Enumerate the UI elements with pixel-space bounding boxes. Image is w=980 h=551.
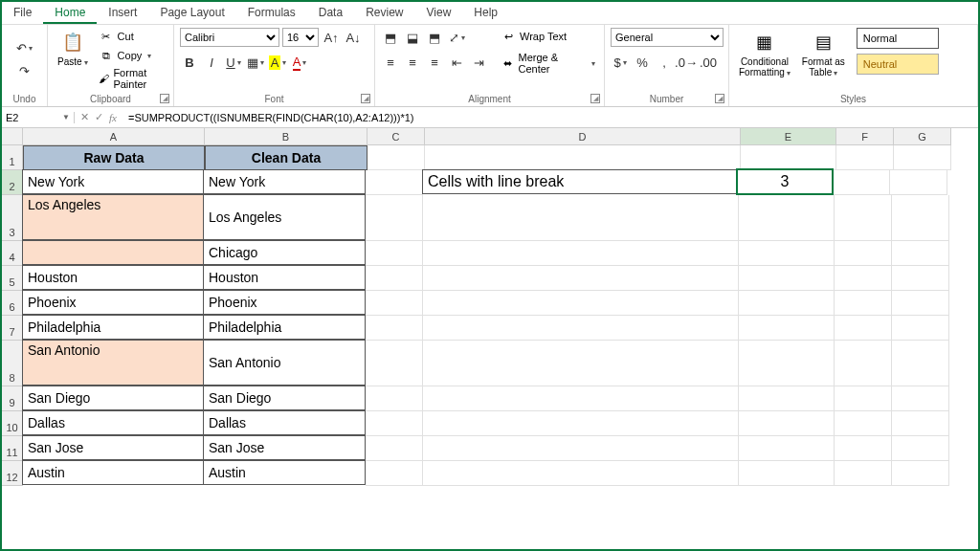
font-name-select[interactable]: Calibri — [180, 28, 279, 47]
format-table-button[interactable]: ▤ Format as Table — [798, 28, 849, 80]
cell-C3[interactable] — [366, 195, 423, 241]
tab-review[interactable]: Review — [354, 2, 414, 24]
row-header-1[interactable]: 1 — [2, 145, 23, 170]
conditional-formatting-button[interactable]: ▦ Conditional Formatting — [735, 28, 794, 80]
cell-E12[interactable] — [739, 461, 835, 486]
cell-A9[interactable]: San Diego — [22, 386, 204, 410]
col-header-D[interactable]: D — [425, 128, 741, 145]
enter-icon[interactable]: ✓ — [95, 111, 103, 123]
tab-help[interactable]: Help — [462, 2, 509, 24]
align-bottom-icon[interactable]: ⬒ — [425, 28, 444, 47]
cell-C8[interactable] — [366, 341, 423, 386]
cell-C1[interactable] — [368, 145, 425, 170]
cell-A11[interactable]: San Jose — [22, 435, 204, 460]
cell-B2[interactable]: New York — [203, 169, 366, 194]
align-left-icon[interactable]: ≡ — [381, 53, 400, 72]
cell-D3[interactable] — [423, 195, 739, 241]
percent-icon[interactable]: % — [633, 53, 652, 72]
cell-A3[interactable]: Los Angeles — [22, 194, 204, 240]
cell-C12[interactable] — [366, 461, 423, 486]
dialog-launcher-icon[interactable]: ◢ — [160, 94, 169, 103]
tab-view[interactable]: View — [415, 2, 463, 24]
tab-formulas[interactable]: Formulas — [236, 2, 307, 24]
cell-C2[interactable] — [366, 170, 423, 195]
col-header-E[interactable]: E — [741, 128, 836, 145]
bold-button[interactable]: B — [180, 53, 199, 72]
tab-home[interactable]: Home — [43, 2, 97, 24]
comma-icon[interactable]: , — [655, 53, 674, 72]
cancel-icon[interactable]: ✕ — [80, 111, 89, 123]
row-header-6[interactable]: 6 — [2, 291, 23, 316]
cell-E6[interactable] — [739, 291, 835, 316]
undo-button[interactable]: ↶ — [15, 39, 34, 58]
cell-D12[interactable] — [423, 461, 739, 486]
row-header-9[interactable]: 9 — [2, 386, 23, 411]
cell-E7[interactable] — [739, 316, 835, 341]
col-header-F[interactable]: F — [836, 128, 894, 145]
increase-decimal-icon[interactable]: .0→ — [677, 53, 696, 72]
cell-E11[interactable] — [739, 436, 835, 461]
cell-E8[interactable] — [739, 341, 835, 386]
cell-C4[interactable] — [366, 241, 423, 266]
row-header-4[interactable]: 4 — [2, 241, 23, 266]
cell-B8[interactable]: San Antonio — [203, 340, 366, 386]
decrease-font-icon[interactable]: A↓ — [344, 28, 363, 47]
cell-A1[interactable]: Raw Data — [23, 145, 205, 170]
cell-A4[interactable] — [22, 240, 204, 265]
cell-B4[interactable]: Chicago — [203, 240, 366, 265]
cell-C5[interactable] — [366, 266, 423, 291]
format-painter-button[interactable]: 🖌Format Painter — [96, 66, 167, 91]
cell-D8[interactable] — [423, 341, 739, 386]
align-right-icon[interactable]: ≡ — [425, 53, 444, 72]
cell-B7[interactable]: Philadelphia — [203, 315, 366, 340]
cell-D10[interactable] — [423, 411, 739, 436]
redo-button[interactable]: ↷ — [15, 62, 34, 81]
cell-B10[interactable]: Dallas — [203, 410, 366, 435]
cell-B11[interactable]: San Jose — [203, 435, 366, 460]
cell-B3[interactable]: Los Angeles — [203, 194, 366, 240]
cell-A6[interactable]: Phoenix — [22, 290, 204, 315]
select-all-corner[interactable] — [2, 128, 23, 145]
cell-D11[interactable] — [423, 436, 739, 461]
cell-D4[interactable] — [423, 241, 739, 266]
underline-button[interactable]: U — [224, 53, 243, 72]
cell-E5[interactable] — [739, 266, 835, 291]
currency-icon[interactable]: $ — [611, 53, 630, 72]
row-header-7[interactable]: 7 — [2, 316, 23, 341]
cell-G8[interactable] — [892, 341, 949, 386]
col-header-B[interactable]: B — [205, 128, 368, 145]
cell-E3[interactable] — [739, 195, 835, 241]
cell-C6[interactable] — [366, 291, 423, 316]
cell-F1[interactable] — [836, 145, 894, 170]
row-header-8[interactable]: 8 — [2, 341, 23, 386]
cell-G10[interactable] — [892, 411, 949, 436]
cell-D2[interactable]: Cells with line break — [422, 169, 738, 194]
font-color-button[interactable]: A — [290, 53, 309, 72]
dialog-launcher-icon[interactable]: ◢ — [590, 94, 600, 103]
cell-style-neutral[interactable]: Neutral — [857, 54, 939, 75]
name-box[interactable]: E2▼ — [2, 112, 75, 123]
cell-G2[interactable] — [890, 170, 947, 195]
number-format-select[interactable]: General — [611, 28, 724, 47]
cell-G9[interactable] — [892, 386, 949, 411]
cell-style-normal[interactable]: Normal — [857, 28, 939, 49]
align-top-icon[interactable]: ⬒ — [381, 28, 400, 47]
cell-D6[interactable] — [423, 291, 739, 316]
cell-F3[interactable] — [835, 195, 892, 241]
cell-A7[interactable]: Philadelphia — [22, 315, 204, 340]
cell-B1[interactable]: Clean Data — [205, 145, 368, 170]
cell-A8[interactable]: San Antonio — [22, 340, 204, 386]
cell-F10[interactable] — [835, 411, 892, 436]
cell-E10[interactable] — [739, 411, 835, 436]
cell-B9[interactable]: San Diego — [203, 386, 366, 410]
row-header-12[interactable]: 12 — [2, 461, 23, 486]
cell-G5[interactable] — [892, 266, 949, 291]
fill-color-button[interactable]: A — [268, 53, 287, 72]
tab-page-layout[interactable]: Page Layout — [148, 2, 235, 24]
cell-E9[interactable] — [739, 386, 835, 411]
border-button[interactable]: ▦ — [246, 53, 265, 72]
cell-F2[interactable] — [833, 170, 890, 195]
indent-decrease-icon[interactable]: ⇤ — [447, 53, 466, 72]
cell-F9[interactable] — [835, 386, 892, 411]
cell-F4[interactable] — [835, 241, 892, 266]
